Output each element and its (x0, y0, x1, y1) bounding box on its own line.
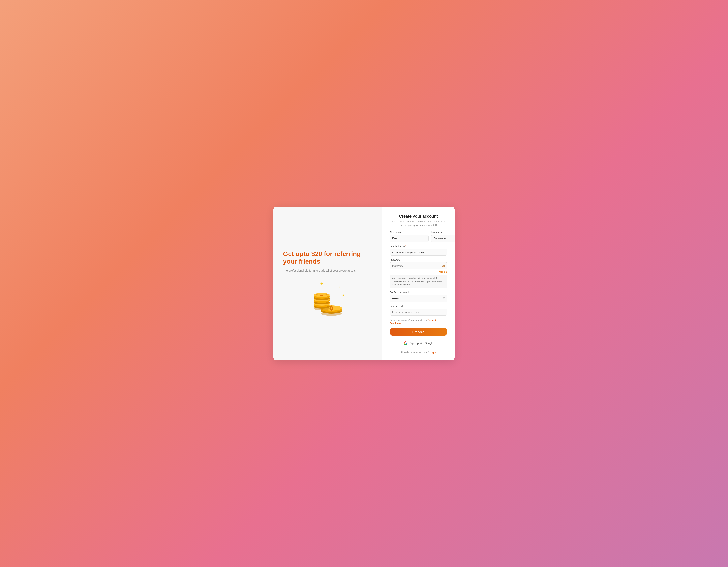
referral-group: Referral code (390, 305, 447, 316)
left-panel: Get upto $20 for referring your friends … (273, 207, 382, 360)
login-footer: Already have an account? Login (390, 351, 447, 354)
proceed-button[interactable]: Proceed (390, 328, 447, 336)
email-label: Email address* (390, 245, 447, 247)
email-group: Email address* (390, 245, 447, 255)
main-card: Get upto $20 for referring your friends … (273, 207, 455, 360)
password-toggle-icon[interactable]: 🙈 (442, 264, 445, 267)
star-icon-1: ✦ (320, 281, 323, 287)
password-hint: Your password should include a minimum o… (390, 274, 447, 288)
login-link[interactable]: Login (429, 351, 436, 354)
password-group: Password* 🙈 Medium Your password should … (390, 258, 447, 288)
confirm-password-label: Confirm password* (390, 291, 447, 294)
coins-svg: ₿ 🕶 (302, 279, 354, 318)
coin-illustration: ✦ ✦ ✦ ₿ (302, 279, 354, 320)
password-strength-bar: Medium (390, 270, 447, 273)
promo-title: Get upto $20 for referring your friends (283, 250, 372, 265)
promo-subtitle: The professional platform to trade all o… (283, 268, 372, 273)
name-row: First name* Last name* (390, 231, 447, 242)
star-icon-3: ✦ (342, 293, 345, 298)
right-panel: Create your account Please ensure that t… (382, 207, 455, 360)
google-signup-label: Sign up with Google (410, 342, 433, 345)
password-label: Password* (390, 258, 447, 261)
terms-text: By clicking "proceed" you agree to our T… (390, 319, 447, 325)
form-subtitle: Please ensure that the name you enter ma… (390, 220, 447, 227)
strength-bar-3 (414, 271, 425, 272)
confirm-password-wrapper: 👁 (390, 295, 447, 302)
last-name-group: Last name* (431, 231, 455, 242)
last-name-label: Last name* (431, 231, 455, 234)
first-name-input[interactable] (390, 235, 429, 242)
confirm-password-input[interactable] (390, 295, 447, 302)
password-wrapper: 🙈 (390, 262, 447, 269)
star-icon-2: ✦ (338, 285, 340, 289)
confirm-password-group: Confirm password* 👁 (390, 291, 447, 302)
strength-label: Medium (439, 270, 447, 273)
google-signup-button[interactable]: Sign up with Google (390, 339, 447, 348)
google-icon (404, 341, 408, 345)
strength-bar-1 (390, 271, 401, 272)
strength-bar-4 (426, 271, 437, 272)
referral-input[interactable] (390, 309, 447, 316)
confirm-password-toggle-icon[interactable]: 👁 (443, 297, 445, 300)
strength-bar-2 (402, 271, 413, 272)
first-name-group: First name* (390, 231, 429, 242)
last-name-input[interactable] (431, 235, 455, 242)
form-title: Create your account (390, 214, 447, 218)
first-name-label: First name* (390, 231, 429, 234)
svg-text:₿: ₿ (330, 305, 333, 311)
referral-label: Referral code (390, 305, 447, 308)
email-input[interactable] (390, 248, 447, 255)
password-input[interactable] (390, 262, 447, 269)
